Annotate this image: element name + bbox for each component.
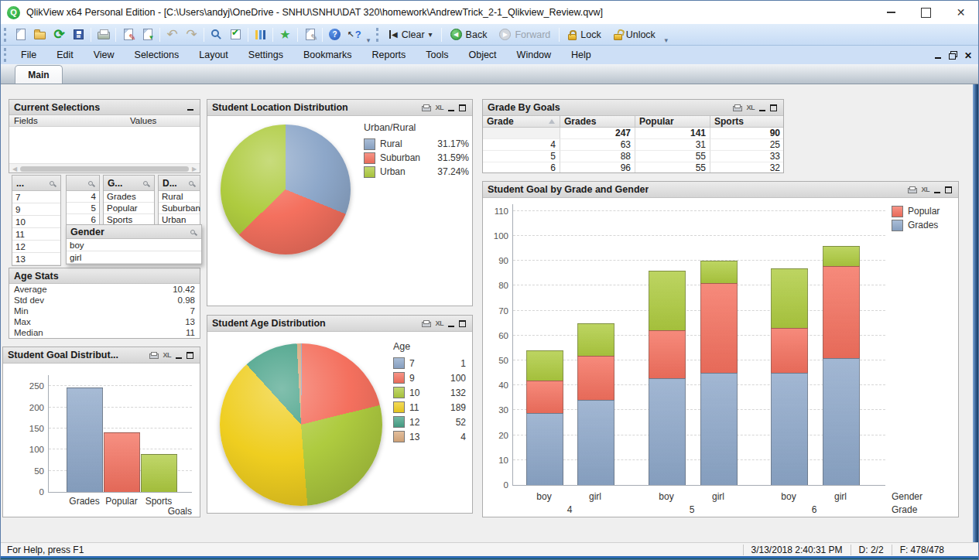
forward-button[interactable]: Forward: [493, 26, 556, 44]
legend-item[interactable]: Rural31.17%: [364, 137, 469, 151]
table-viewer-icon[interactable]: [138, 26, 157, 44]
excel-export-icon[interactable]: XL: [435, 104, 443, 111]
menu-file[interactable]: File: [11, 46, 46, 64]
help-icon[interactable]: [325, 26, 344, 44]
menu-bookmarks[interactable]: Bookmarks: [293, 46, 362, 64]
segment-sports[interactable]: [823, 246, 860, 266]
excel-export-icon[interactable]: XL: [163, 351, 171, 359]
segment-grades[interactable]: [577, 400, 614, 485]
menu-reports[interactable]: Reports: [362, 46, 416, 64]
print-icon[interactable]: [908, 186, 916, 193]
clear-button[interactable]: Clear: [383, 26, 439, 44]
edit-script-icon[interactable]: [118, 26, 138, 44]
listbox-goals-caption[interactable]: G...: [104, 176, 154, 191]
segment-sports[interactable]: [526, 350, 563, 381]
toolbar-overflow-icon[interactable]: [662, 26, 671, 44]
segment-popular[interactable]: [700, 283, 738, 373]
goal-by-grade-gender-caption[interactable]: Student Goal by Grade and Gender XL: [483, 182, 958, 198]
listbox-age-value[interactable]: 12: [12, 241, 60, 253]
listbox-district-value[interactable]: Suburban: [159, 203, 200, 214]
table-row[interactable]: 4633125: [483, 139, 783, 151]
search-icon[interactable]: [189, 181, 193, 186]
segment-sports[interactable]: [577, 323, 614, 356]
segment-grades[interactable]: [771, 373, 808, 485]
listbox-age-value[interactable]: 7: [12, 191, 60, 203]
legend-item[interactable]: Grades: [892, 218, 940, 232]
listbox-age-value[interactable]: 13: [12, 253, 60, 265]
segment-grades[interactable]: [823, 358, 860, 485]
search-icon[interactable]: [88, 181, 93, 186]
goal-distribution-caption[interactable]: Student Goal Distribut... XL: [3, 347, 200, 364]
print-icon[interactable]: [149, 352, 158, 359]
lock-button[interactable]: Lock: [562, 26, 607, 44]
listbox-district-caption[interactable]: D...: [159, 176, 200, 191]
column-header-popular[interactable]: Popular: [635, 116, 710, 128]
minimize-icon[interactable]: [448, 110, 454, 111]
maximize-window-button[interactable]: [909, 1, 943, 24]
minimize-icon[interactable]: [934, 192, 940, 193]
mdi-restore-icon[interactable]: [949, 51, 957, 60]
segment-sports[interactable]: [700, 261, 738, 283]
location-pie[interactable]: [221, 125, 351, 254]
table-row[interactable]: 6965532: [483, 162, 783, 172]
tab-main[interactable]: Main: [15, 65, 63, 84]
listbox-goals-value[interactable]: Popular: [104, 203, 154, 214]
menu-selections[interactable]: Selections: [125, 46, 190, 64]
open-folder-icon[interactable]: [30, 26, 50, 44]
listbox-goals-value[interactable]: Grades: [104, 191, 154, 203]
menu-object[interactable]: Object: [458, 46, 506, 64]
menu-layout[interactable]: Layout: [189, 46, 238, 64]
segment-grades[interactable]: [649, 378, 686, 486]
legend-item[interactable]: 1252: [393, 415, 466, 429]
segment-popular[interactable]: [771, 328, 808, 373]
listbox-gender-caption[interactable]: Gender: [67, 225, 201, 239]
grade-by-goals-caption[interactable]: Grade By Goals XL: [483, 100, 783, 116]
legend-item[interactable]: 11189: [393, 400, 466, 415]
chart-wizard-icon[interactable]: [251, 26, 270, 44]
minimize-window-button[interactable]: [874, 1, 909, 24]
age-distribution-caption[interactable]: Student Age Distribution XL: [207, 316, 472, 332]
stacked-bar[interactable]: [823, 246, 860, 485]
legend-item[interactable]: 10132: [393, 385, 466, 400]
maximize-icon[interactable]: [459, 104, 466, 111]
redo-icon[interactable]: [182, 26, 201, 44]
menu-edit[interactable]: Edit: [46, 46, 84, 64]
scrollbar-thumb[interactable]: [20, 166, 189, 172]
stacked-bar[interactable]: [526, 350, 563, 485]
toolbar-grip[interactable]: [376, 28, 379, 42]
legend-item[interactable]: 134: [393, 429, 466, 444]
age-pie[interactable]: [220, 343, 382, 506]
age-stats-caption[interactable]: Age Stats: [9, 268, 200, 284]
segment-sports[interactable]: [771, 268, 808, 328]
listbox-district-value[interactable]: Rural: [159, 191, 200, 203]
listbox-gender-value[interactable]: girl: [67, 251, 201, 264]
print-icon[interactable]: [422, 104, 430, 111]
legend-item[interactable]: Suburban31.59%: [364, 151, 469, 165]
legend-item[interactable]: Urban37.24%: [364, 165, 469, 179]
menu-help[interactable]: Help: [561, 46, 601, 64]
toolbar-overflow-icon[interactable]: [364, 26, 373, 44]
search-icon[interactable]: [190, 230, 195, 234]
current-selections-caption[interactable]: Current Selections: [9, 100, 200, 115]
undo-icon[interactable]: [163, 26, 182, 44]
print-icon[interactable]: [422, 320, 430, 327]
excel-export-icon[interactable]: XL: [921, 186, 929, 193]
listbox-age-caption[interactable]: ...: [12, 176, 60, 191]
horizontal-scrollbar[interactable]: ◀ ▶: [9, 163, 200, 172]
mdi-minimize-icon[interactable]: [935, 52, 942, 59]
listbox-age-value[interactable]: 9: [12, 203, 60, 216]
segment-popular[interactable]: [823, 266, 860, 358]
close-window-button[interactable]: [943, 1, 978, 24]
listbox-gender-value[interactable]: boy: [67, 239, 201, 251]
save-icon[interactable]: [69, 26, 88, 44]
listbox-grade-caption[interactable]: [67, 176, 99, 191]
maximize-icon[interactable]: [459, 320, 466, 327]
segment-sports[interactable]: [649, 271, 686, 330]
menu-view[interactable]: View: [84, 46, 125, 64]
search-icon[interactable]: [143, 181, 148, 186]
maximize-icon[interactable]: [187, 352, 193, 359]
stacked-bar[interactable]: [700, 261, 738, 485]
segment-popular[interactable]: [649, 330, 686, 377]
chevron-down-icon[interactable]: [429, 31, 433, 39]
legend-item[interactable]: 71: [393, 356, 466, 370]
